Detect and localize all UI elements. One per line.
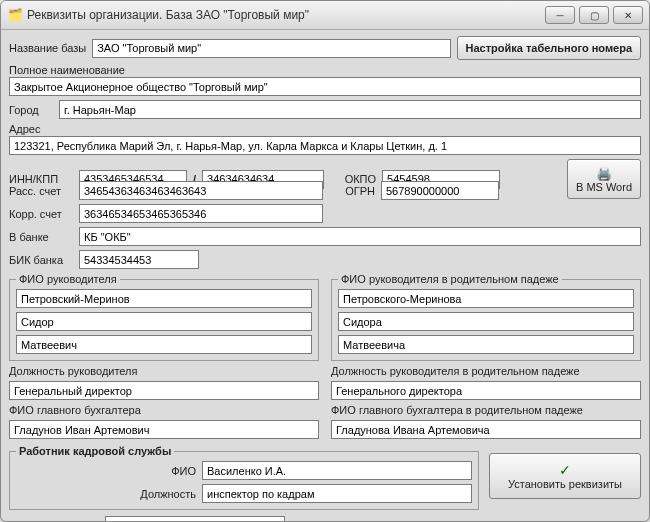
rs-input[interactable] bbox=[79, 181, 323, 200]
city-label: Город bbox=[9, 104, 53, 116]
hr-pos-input[interactable] bbox=[202, 484, 472, 503]
ks-input[interactable] bbox=[79, 204, 323, 223]
head-patronymic-input[interactable] bbox=[16, 335, 312, 354]
msword-button[interactable]: 🖨️ В MS Word bbox=[567, 159, 641, 199]
address-label: Адрес bbox=[9, 123, 41, 135]
full-name-input[interactable] bbox=[9, 77, 641, 96]
head-name-gen-input[interactable] bbox=[338, 312, 634, 331]
base-name-label: Название базы bbox=[9, 42, 86, 54]
hr-legend: Работник кадровой службы bbox=[16, 445, 174, 457]
apply-button[interactable]: ✓ Установить реквизиты bbox=[489, 453, 641, 499]
head-fio-legend: ФИО руководителя bbox=[16, 273, 120, 285]
window: 🗂️ Реквизиты организации. База ЗАО "Торг… bbox=[0, 0, 650, 522]
window-title: Реквизиты организации. База ЗАО "Торговы… bbox=[27, 8, 545, 22]
minimize-button[interactable]: ─ bbox=[545, 6, 575, 24]
rs-label: Расс. счет bbox=[9, 185, 73, 197]
ogrn-input[interactable] bbox=[381, 181, 499, 200]
titlebar: 🗂️ Реквизиты организации. База ЗАО "Торг… bbox=[1, 1, 649, 30]
bik-label: БИК банка bbox=[9, 254, 73, 266]
accountant-input[interactable] bbox=[9, 420, 319, 439]
bank-label: В банке bbox=[9, 231, 73, 243]
base-name-input[interactable] bbox=[92, 39, 450, 58]
tabnum-settings-button[interactable]: Настройка табельного номера bbox=[457, 36, 642, 60]
msword-button-label: В MS Word bbox=[576, 181, 632, 193]
head-position-gen-input[interactable] bbox=[331, 381, 641, 400]
hr-fio-label: ФИО bbox=[16, 465, 196, 477]
maximize-button[interactable]: ▢ bbox=[579, 6, 609, 24]
apply-button-label: Установить реквизиты bbox=[508, 478, 622, 490]
head-patronymic-gen-input[interactable] bbox=[338, 335, 634, 354]
hr-pos-label: Должность bbox=[16, 488, 196, 500]
hr-fio-input[interactable] bbox=[202, 461, 472, 480]
inn-kpp-label: ИНН/КПП bbox=[9, 173, 73, 185]
client-area: Название базы Настройка табельного номер… bbox=[1, 30, 649, 521]
close-button[interactable]: ✕ bbox=[613, 6, 643, 24]
accountant-label: ФИО главного бухгалтера bbox=[9, 404, 319, 416]
window-controls: ─ ▢ ✕ bbox=[545, 6, 643, 24]
phone-label: Телефон/факс bbox=[9, 520, 99, 522]
address-input[interactable] bbox=[9, 136, 641, 155]
city-input[interactable] bbox=[59, 100, 641, 119]
app-icon: 🗂️ bbox=[7, 7, 23, 23]
head-fio-gen-fieldset: ФИО руководителя в родительном падеже bbox=[331, 273, 641, 361]
check-icon: ✓ bbox=[559, 462, 571, 478]
hr-fieldset: Работник кадровой службы ФИО Должность bbox=[9, 445, 479, 510]
head-position-label: Должность руководителя bbox=[9, 365, 319, 377]
head-surname-input[interactable] bbox=[16, 289, 312, 308]
head-fio-fieldset: ФИО руководителя bbox=[9, 273, 319, 361]
head-position-gen-label: Должность руководителя в родительном пад… bbox=[331, 365, 641, 377]
head-fio-gen-legend: ФИО руководителя в родительном падеже bbox=[338, 273, 562, 285]
full-name-label: Полное наименование bbox=[9, 64, 125, 76]
bank-input[interactable] bbox=[79, 227, 641, 246]
ogrn-label: ОГРН bbox=[329, 185, 375, 197]
print-icon: 🖨️ bbox=[596, 166, 612, 181]
head-surname-gen-input[interactable] bbox=[338, 289, 634, 308]
bik-input[interactable] bbox=[79, 250, 199, 269]
okpo-label: ОКПО bbox=[330, 173, 376, 185]
head-name-input[interactable] bbox=[16, 312, 312, 331]
phone-input[interactable] bbox=[105, 516, 285, 521]
accountant-gen-label: ФИО главного бухгалтера в родительном па… bbox=[331, 404, 641, 416]
ks-label: Корр. счет bbox=[9, 208, 73, 220]
accountant-gen-input[interactable] bbox=[331, 420, 641, 439]
head-position-input[interactable] bbox=[9, 381, 319, 400]
